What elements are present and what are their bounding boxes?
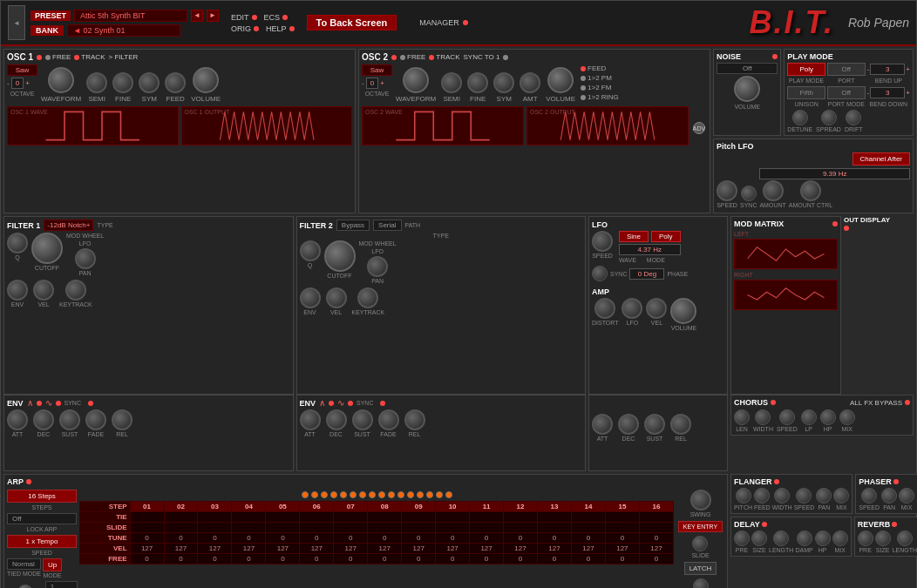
poly-btn[interactable]: Poly [787,63,825,76]
vel-2[interactable]: 127 [164,544,198,554]
slide2-knob[interactable] [692,536,708,551]
filter2-serial-btn[interactable]: Serial [373,220,401,231]
tie-6[interactable] [300,512,334,523]
osc1-waveform-knob[interactable] [48,67,74,93]
arp-lock-btn[interactable]: Off [7,513,77,524]
osc1-free[interactable]: FREE [45,53,71,61]
flanger-feed-knob[interactable] [754,488,770,504]
tune-10[interactable]: 0 [436,533,470,544]
osc2-free[interactable]: FREE [400,53,425,61]
channel-after-btn[interactable]: Channel After [852,152,910,166]
arp-steps-btn[interactable]: 16 Steps [7,490,77,503]
vel-15[interactable]: 127 [605,544,639,554]
delay-size-knob[interactable] [751,531,767,546]
step-12[interactable]: 12 [504,502,538,512]
bend-dn-plus[interactable]: + [906,90,910,97]
help-button[interactable]: HELP [266,24,295,33]
vel-12[interactable]: 127 [504,544,538,554]
delay-damp-knob[interactable] [797,531,812,546]
free-13[interactable]: 0 [538,554,572,564]
latch-btn[interactable]: LATCH [684,562,717,575]
phaser-speed-knob[interactable] [861,488,877,504]
tie-1[interactable] [130,512,164,523]
tune-3[interactable]: 0 [198,533,232,544]
slide-7[interactable] [334,523,368,533]
flanger-pan-knob[interactable] [816,488,832,504]
step-02[interactable]: 02 [164,502,198,512]
reverb-length-knob[interactable] [897,531,913,546]
noise-off-btn[interactable]: Off [717,63,778,74]
tie-11[interactable] [470,512,504,523]
step-06[interactable]: 06 [300,502,334,512]
osc1-semi-knob[interactable] [86,72,107,93]
bend-up-minus[interactable]: - [867,66,870,73]
step-04[interactable]: 04 [232,502,266,512]
ecs-button[interactable]: ECS [264,13,289,22]
slide-8[interactable] [368,523,402,533]
pitch-lfo-amt-knob[interactable] [763,180,784,201]
filter2-cutoff-knob[interactable] [324,240,356,272]
slide-11[interactable] [470,523,504,533]
vel-13[interactable]: 127 [538,544,572,554]
free-5[interactable]: 0 [266,554,300,564]
osc2-octave-plus[interactable]: + [380,80,384,87]
lfo-mode-btn[interactable]: Poly [651,231,681,242]
osc2-waveform-select[interactable]: Saw [362,64,392,76]
port-mode-btn[interactable]: Off [827,86,866,99]
fifth-btn[interactable]: Fifth [787,86,825,99]
free-10[interactable]: 0 [436,554,470,564]
swing-knob[interactable] [690,490,711,510]
env2-att-knob[interactable] [300,409,321,430]
chorus-len-knob[interactable] [734,409,750,425]
lfo-wave-btn[interactable]: Sine [619,231,649,242]
step-10[interactable]: 10 [436,502,470,512]
free-1[interactable]: 0 [130,554,164,564]
reverb-size-knob[interactable] [875,531,891,546]
env1-rel-knob[interactable] [112,409,132,430]
free-11[interactable]: 0 [470,554,504,564]
filter2-q-knob[interactable] [300,240,321,261]
tune-2[interactable]: 0 [164,533,198,544]
arp-speed-btn[interactable]: 1 x Tempo [7,535,77,548]
spread-knob[interactable] [821,110,837,125]
bend-dn-minus[interactable]: - [867,90,870,97]
amp-vel-knob[interactable] [646,298,667,319]
noise-volume-knob[interactable] [734,76,760,102]
osc1-track[interactable]: TRACK [74,53,105,61]
arp-tied-mode-btn[interactable]: Normal [7,558,41,570]
delay-pre-knob[interactable] [734,531,750,546]
tie-13[interactable] [538,512,572,523]
slide-16[interactable] [639,523,673,533]
step-15[interactable]: 15 [605,502,639,512]
vel-11[interactable]: 127 [470,544,504,554]
tie-4[interactable] [232,512,266,523]
osc2-amt-knob[interactable] [520,72,540,93]
vel-16[interactable]: 127 [639,544,673,554]
vel-7[interactable]: 127 [334,544,368,554]
osc2-track[interactable]: TRACK [429,53,459,61]
arp-commands-knob[interactable] [17,585,33,588]
osc2-sync[interactable]: SYNC TO 1 [463,53,508,61]
filter1-cutoff-knob[interactable] [31,233,63,264]
to-back-screen-button[interactable]: To Back Screen [307,15,397,30]
osc2-waveform-knob[interactable] [403,67,429,93]
key-entry-btn[interactable]: KEY ENTRY [678,521,723,532]
step-09[interactable]: 09 [402,502,436,512]
step-14[interactable]: 14 [571,502,605,512]
filter1-pan-knob[interactable] [75,248,96,269]
osc1-feed-knob[interactable] [165,72,186,93]
free-9[interactable]: 0 [402,554,436,564]
step-16[interactable]: 16 [639,502,673,512]
filter1-q-knob[interactable] [7,233,28,253]
step-05[interactable]: 05 [266,502,300,512]
filter2-bypass-btn[interactable]: Bypass [336,220,370,231]
tune-8[interactable]: 0 [368,533,402,544]
osc2-sym-knob[interactable] [493,72,514,93]
free-8[interactable]: 0 [368,554,402,564]
vel-3[interactable]: 127 [198,544,232,554]
preset-prev[interactable]: ◄ [191,10,203,22]
osc2-semi-knob[interactable] [441,72,462,93]
osc1-sym-knob[interactable] [139,72,160,93]
vel-10[interactable]: 127 [436,544,470,554]
orig-button[interactable]: ORIG [231,24,259,33]
